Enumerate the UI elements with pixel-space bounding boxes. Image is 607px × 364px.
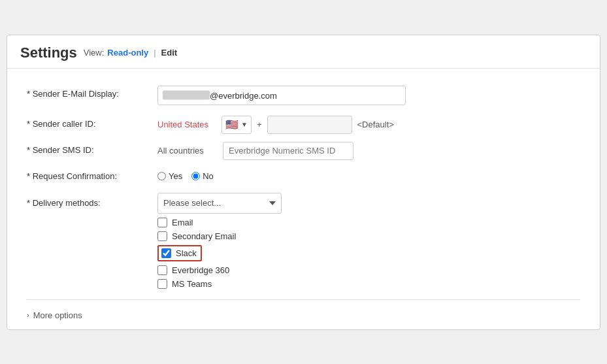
page-title: Settings — [20, 44, 77, 61]
delivery-checkbox-list: EmailSecondary EmailSlackEverbridge 360M… — [157, 218, 580, 289]
view-label: View: — [84, 48, 105, 58]
cb-email-label: Email — [172, 218, 193, 227]
sender-email-controls: @everbridge.com — [157, 86, 580, 108]
cb-slack-label: Slack — [176, 248, 197, 258]
checkbox-item-cb-secondary-email[interactable]: Secondary Email — [157, 231, 580, 241]
sms-country: All countries — [157, 146, 216, 156]
request-confirmation-controls: Yes No — [157, 168, 580, 181]
delivery-methods-select[interactable]: Please select... — [157, 193, 282, 214]
form-content: * Sender E-Mail Display: @everbridge.com… — [7, 69, 600, 329]
cb-everbridge360-label: Everbridge 360 — [172, 265, 229, 275]
phone-row: United States 🇺🇸 ▼ + <Default> — [157, 116, 580, 134]
cb-msteams-label: MS Teams — [172, 279, 212, 289]
phone-default: <Default> — [357, 120, 394, 129]
edit-link[interactable]: Edit — [161, 48, 178, 58]
page-header: Settings View: Read-only | Edit — [7, 35, 600, 69]
sender-caller-label: * Sender caller ID: — [27, 116, 157, 129]
settings-form: * Sender E-Mail Display: @everbridge.com… — [27, 82, 580, 293]
header-divider: | — [154, 48, 156, 58]
checkbox-item-cb-everbridge360[interactable]: Everbridge 360 — [157, 265, 580, 275]
delivery-methods-row: * Delivery methods: Please select... Ema… — [27, 189, 580, 293]
cb-msteams-checkbox[interactable] — [157, 279, 167, 289]
footer-row: › More options — [27, 299, 580, 323]
radio-no-label: No — [203, 171, 214, 181]
sender-sms-row: * Sender SMS ID: All countries — [27, 138, 580, 164]
request-confirmation-row: * Request Confirmation: Yes No — [27, 164, 580, 189]
radio-yes-label: Yes — [169, 171, 182, 181]
request-confirmation-label: * Request Confirmation: — [27, 168, 157, 181]
checkbox-item-cb-msteams[interactable]: MS Teams — [157, 279, 580, 289]
radio-no-option[interactable]: No — [191, 171, 214, 181]
phone-plus: + — [257, 120, 262, 129]
view-controls: View: Read-only | Edit — [84, 48, 177, 58]
more-options-toggle[interactable]: › More options — [27, 308, 580, 323]
settings-window: Settings View: Read-only | Edit * Sender… — [7, 35, 600, 330]
phone-number-input[interactable] — [267, 116, 352, 134]
delivery-methods-controls: Please select... EmailSecondary EmailSla… — [157, 193, 580, 289]
us-flag-icon: 🇺🇸 — [225, 118, 238, 131]
sms-input[interactable] — [223, 142, 353, 160]
sender-caller-row: * Sender caller ID: United States 🇺🇸 ▼ +… — [27, 112, 580, 138]
phone-flag-select[interactable]: 🇺🇸 ▼ — [221, 116, 252, 134]
sender-sms-controls: All countries — [157, 142, 580, 160]
more-options-label: More options — [33, 310, 82, 320]
checkbox-item-cb-slack[interactable]: Slack — [157, 245, 202, 261]
sender-email-row: * Sender E-Mail Display: @everbridge.com — [27, 82, 580, 112]
cb-secondary-email-checkbox[interactable] — [157, 231, 167, 241]
sender-sms-label: * Sender SMS ID: — [27, 142, 157, 155]
sender-email-label: * Sender E-Mail Display: — [27, 86, 157, 99]
radio-yes-option[interactable]: Yes — [157, 171, 182, 181]
cb-everbridge360-checkbox[interactable] — [157, 265, 167, 275]
radio-yes[interactable] — [157, 172, 166, 180]
checkbox-item-cb-email[interactable]: Email — [157, 218, 580, 227]
cb-secondary-email-label: Secondary Email — [172, 231, 236, 241]
cb-slack-checkbox[interactable] — [161, 248, 171, 258]
phone-country: United States — [157, 120, 216, 129]
sender-email-input[interactable] — [157, 86, 406, 105]
readonly-link[interactable]: Read-only — [107, 48, 148, 58]
delivery-methods-label: * Delivery methods: — [27, 193, 157, 208]
cb-email-checkbox[interactable] — [157, 218, 167, 227]
sender-caller-controls: United States 🇺🇸 ▼ + <Default> — [157, 116, 580, 134]
chevron-right-icon: › — [27, 311, 29, 319]
sms-row: All countries — [157, 142, 580, 160]
flag-dropdown-arrow: ▼ — [241, 121, 248, 128]
radio-no[interactable] — [191, 172, 200, 180]
radio-group: Yes No — [157, 168, 580, 181]
